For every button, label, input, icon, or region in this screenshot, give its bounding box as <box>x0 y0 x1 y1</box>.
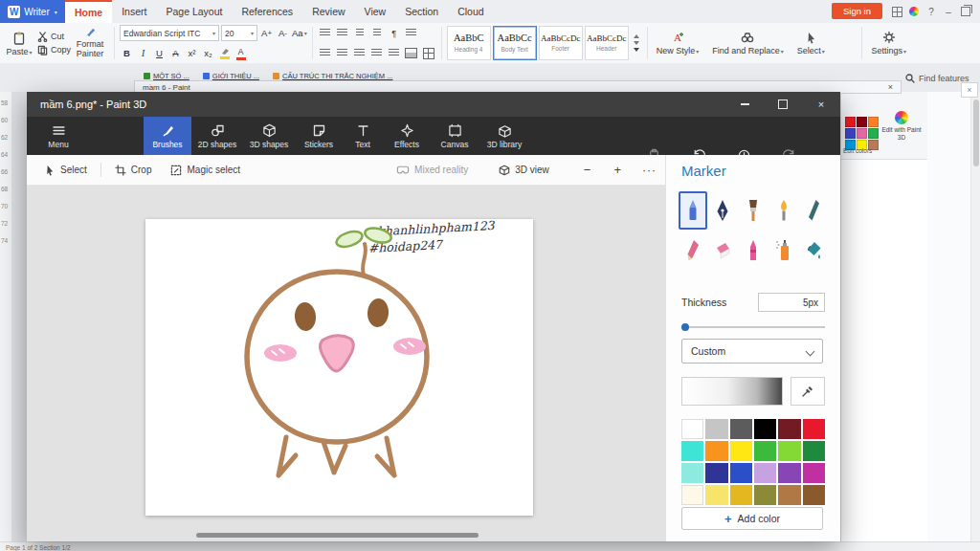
style-footer[interactable]: AaBbCcDc Footer <box>539 26 583 60</box>
find-features[interactable]: Find features <box>905 74 969 83</box>
outdent-button[interactable] <box>352 26 368 40</box>
brush-pencil[interactable] <box>679 231 707 270</box>
highlight-color-button[interactable] <box>217 46 232 60</box>
more-options-button[interactable]: ··· <box>633 164 666 177</box>
crop-tool[interactable]: Crop <box>105 165 162 176</box>
line-spacing-button[interactable] <box>387 46 402 60</box>
edit-with-paint3d-button[interactable]: Edit with Paint 3D <box>878 111 925 142</box>
color-swatch-21[interactable] <box>730 485 752 505</box>
eyedropper-button[interactable] <box>791 377 825 406</box>
slider-handle[interactable] <box>681 323 689 331</box>
brush-oil-brush[interactable] <box>739 191 768 230</box>
style-body-text[interactable]: AaBbCc Body Text <box>493 26 537 60</box>
brush-pixel-pen[interactable] <box>799 191 828 230</box>
minimize-window-icon[interactable]: – <box>940 0 957 23</box>
tab-cloud[interactable]: Cloud <box>448 0 493 23</box>
document-link[interactable]: CẤU TRÚC THI TRẮC NGHIỆM ... <box>273 72 392 80</box>
tab-view[interactable]: View <box>355 0 396 23</box>
document-link[interactable]: MỘT SỐ ... <box>144 72 189 80</box>
color-swatch-4[interactable] <box>754 419 776 439</box>
color-swatch-19[interactable] <box>681 485 703 505</box>
vertical-scrollbar[interactable] <box>970 92 980 541</box>
zoom-out-button[interactable]: − <box>572 163 603 177</box>
scrollbar-thumb[interactable] <box>973 99 979 166</box>
paragraph-mark-button[interactable]: ¶ <box>387 26 402 40</box>
copy-button[interactable]: Copy <box>37 45 71 55</box>
color-swatch-6[interactable] <box>803 419 825 439</box>
font-color-button[interactable]: A <box>234 46 248 60</box>
brush-marker[interactable] <box>679 191 707 230</box>
close-panel-button[interactable]: × <box>961 82 978 98</box>
new-style-button[interactable]: A New Style▾ <box>650 23 706 63</box>
tab-references[interactable]: References <box>232 0 302 23</box>
color-swatch-17[interactable] <box>778 463 800 483</box>
drawing-canvas[interactable]: @khanhlinhpham123 #hoidap247 <box>145 219 533 516</box>
align-left-button[interactable] <box>318 46 333 60</box>
close-icon[interactable]: × <box>888 82 901 92</box>
color-swatch-2[interactable] <box>705 419 727 439</box>
skin-palette-icon[interactable] <box>905 0 923 23</box>
shrink-font-button[interactable]: A- <box>276 26 290 40</box>
tab-page-layout[interactable]: Page Layout <box>156 0 232 23</box>
sort-button[interactable] <box>404 26 419 40</box>
superscript-button[interactable]: x² <box>185 46 199 60</box>
grow-font-button[interactable]: A+ <box>259 26 274 40</box>
document-link[interactable]: GIỚI THIỆU ... <box>203 72 259 80</box>
italic-button[interactable]: I <box>136 46 150 60</box>
find-and-replace-button[interactable]: Find and Replace▾ <box>705 23 791 63</box>
color-swatch-5[interactable] <box>778 419 800 439</box>
tool-2d-shapes[interactable]: 2D shapes <box>191 117 243 155</box>
paint-color-2[interactable] <box>857 117 867 127</box>
horizontal-scrollbar-thumb[interactable] <box>196 533 479 538</box>
wps-writer-logo[interactable]: W Writer ▾ <box>0 0 65 23</box>
format-painter-button[interactable]: Format Painter <box>71 27 109 59</box>
tool-3d-shapes[interactable]: 3D shapes <box>243 117 295 155</box>
font-name-select[interactable]: Edwardian Script ITC▾ <box>120 25 219 41</box>
paste-button[interactable]: Paste▾ <box>3 31 35 56</box>
paint-color-4[interactable] <box>845 128 856 139</box>
color-swatch-23[interactable] <box>778 485 800 505</box>
menu-button[interactable]: Menu <box>36 117 80 155</box>
brush-fill[interactable] <box>799 231 828 270</box>
color-swatch-8[interactable] <box>705 441 727 461</box>
color-swatch-22[interactable] <box>754 485 776 505</box>
styles-scroll-down-icon[interactable] <box>634 41 639 45</box>
tool-effects[interactable]: Effects <box>383 117 431 155</box>
underline-button[interactable]: U <box>152 46 167 60</box>
thickness-slider[interactable] <box>681 323 825 331</box>
paint-color-5[interactable] <box>857 128 867 139</box>
opacity-gradient-strip[interactable] <box>681 377 783 406</box>
color-swatch-14[interactable] <box>705 463 727 483</box>
brush-watercolour[interactable] <box>769 191 798 230</box>
brush-spray-can[interactable] <box>769 231 798 270</box>
justify-button[interactable] <box>369 46 385 60</box>
tool-canvas[interactable]: Canvas <box>431 117 479 155</box>
color-swatch-20[interactable] <box>705 485 727 505</box>
brush-eraser[interactable] <box>709 231 738 270</box>
sign-in-button[interactable]: Sign in <box>832 3 882 19</box>
close-button[interactable]: × <box>802 92 840 117</box>
3d-view-button[interactable]: 3D view <box>489 165 559 176</box>
styles-more-icon[interactable] <box>634 48 639 52</box>
change-case-button[interactable]: Aa▾ <box>292 26 307 40</box>
align-right-button[interactable] <box>352 46 368 60</box>
paint-color-1[interactable] <box>845 117 856 127</box>
shading-button[interactable] <box>404 46 419 60</box>
mixed-reality-button[interactable]: Mixed reality <box>387 165 478 176</box>
bullets-button[interactable] <box>318 26 333 40</box>
thickness-input[interactable]: 5px <box>758 293 825 312</box>
restore-window-icon[interactable] <box>957 0 980 23</box>
brush-calligraphy-pen[interactable] <box>709 191 738 230</box>
settings-button[interactable]: Settings▾ <box>864 23 913 63</box>
align-center-button[interactable] <box>335 46 350 60</box>
indent-button[interactable] <box>369 26 385 40</box>
tab-insert[interactable]: Insert <box>112 0 156 23</box>
color-swatch-18[interactable] <box>803 463 825 483</box>
color-swatch-16[interactable] <box>754 463 776 483</box>
color-swatch-10[interactable] <box>754 441 776 461</box>
color-swatch-9[interactable] <box>730 441 752 461</box>
select-tool[interactable]: Select <box>27 165 97 176</box>
zoom-in-button[interactable]: + <box>602 163 633 177</box>
borders-button[interactable] <box>421 46 436 60</box>
tool-brushes[interactable]: Brushes <box>144 117 191 155</box>
